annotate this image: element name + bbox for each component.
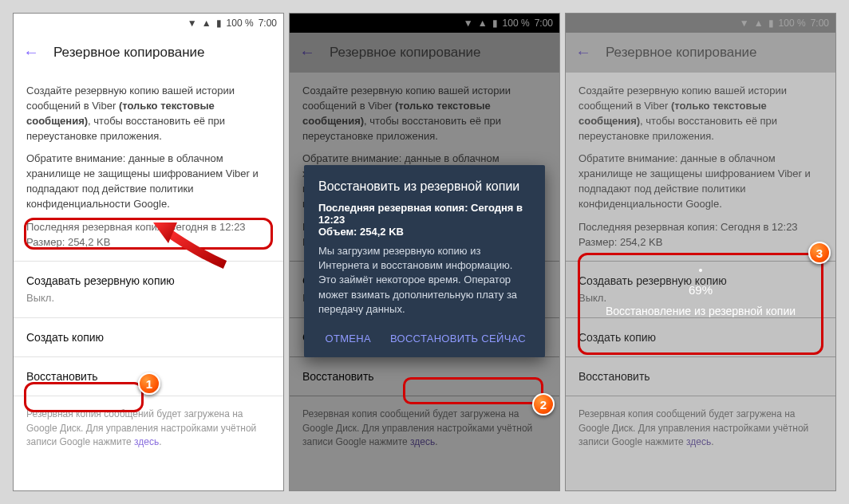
content-area: Создайте резервную копию вашей истории с… <box>14 73 283 490</box>
battery-text: 100 % <box>503 18 530 29</box>
divider <box>14 261 283 262</box>
dialog-body: Мы загрузим резервную копию из Интернета… <box>318 244 531 317</box>
divider <box>14 356 283 357</box>
status-bar: ▼ ▲ ▮ 100 % 7:00 <box>290 14 559 33</box>
back-icon: ← <box>299 43 315 61</box>
intro-text: Создайте резервную копию вашей истории с… <box>26 84 270 144</box>
battery-icon: ▮ <box>492 18 498 29</box>
clock-text: 7:00 <box>811 18 829 29</box>
screenshot-3: ▼ ▲ ▮ 100 % 7:00 ← Резервное копирование… <box>565 13 836 491</box>
dialog-title: Восстановить из резервной копии <box>318 179 531 194</box>
back-icon: ← <box>575 43 591 61</box>
annotation-highlight-confirm <box>403 377 543 404</box>
annotation-badge-1: 1 <box>138 372 160 395</box>
page-title: Резервное копирование <box>53 45 205 61</box>
clock-text: 7:00 <box>259 18 277 29</box>
annotation-badge-2: 2 <box>532 393 555 415</box>
battery-icon: ▮ <box>216 18 222 29</box>
create-now-button[interactable]: Создать копию <box>26 329 270 345</box>
status-bar: ▼ ▲ ▮ 100 % 7:00 <box>14 14 283 33</box>
app-bar: ← Резервное копирование <box>566 33 835 73</box>
signal-icon: ▲ <box>202 18 211 29</box>
annotation-highlight-restore <box>24 382 144 412</box>
screenshot-2: ▼ ▲ ▮ 100 % 7:00 ← Резервное копирование… <box>289 13 560 491</box>
wifi-icon: ▼ <box>188 18 197 29</box>
wifi-icon: ▼ <box>464 18 473 29</box>
battery-text: 100 % <box>779 18 806 29</box>
screenshot-1: ▼ ▲ ▮ 100 % 7:00 ← Резервное копирование… <box>13 13 284 491</box>
annotation-arrow-icon <box>149 213 237 277</box>
note-text: Обратите внимание: данные в облачном хра… <box>26 152 270 211</box>
divider <box>14 317 283 318</box>
battery-icon: ▮ <box>768 18 774 29</box>
annotation-highlight-progress <box>578 253 823 355</box>
intro-text: Создайте резервную копию вашей истории с… <box>302 84 547 144</box>
dialog-buttons: ОТМЕНА ВОССТАНОВИТЬ СЕЙЧАС <box>318 326 531 351</box>
page-title: Резервное копирование <box>330 45 481 61</box>
signal-icon: ▲ <box>478 18 488 29</box>
battery-text: 100 % <box>227 18 254 29</box>
cancel-button[interactable]: ОТМЕНА <box>321 326 376 351</box>
app-bar: ← Резервное копирование <box>290 33 559 73</box>
dialog-meta: Последняя резервная копия: Сегодня в 12:… <box>318 202 531 238</box>
restore-dialog: Восстановить из резервной копии Последня… <box>304 165 545 357</box>
app-bar: ← Резервное копирование <box>14 33 283 73</box>
wifi-icon: ▼ <box>740 18 749 29</box>
confirm-button[interactable]: ВОССТАНОВИТЬ СЕЙЧАС <box>385 326 531 351</box>
settings-link[interactable]: здесь <box>134 436 159 447</box>
back-icon[interactable]: ← <box>23 43 39 61</box>
annotation-badge-3: 3 <box>808 242 831 264</box>
page-title: Резервное копирование <box>606 45 757 61</box>
signal-icon: ▲ <box>754 18 764 29</box>
clock-text: 7:00 <box>535 18 553 29</box>
footer-note: Резервная копия сообщений будет загружен… <box>26 408 270 449</box>
schedule-sub: Выкл. <box>26 291 270 306</box>
status-bar: ▼ ▲ ▮ 100 % 7:00 <box>566 14 835 33</box>
